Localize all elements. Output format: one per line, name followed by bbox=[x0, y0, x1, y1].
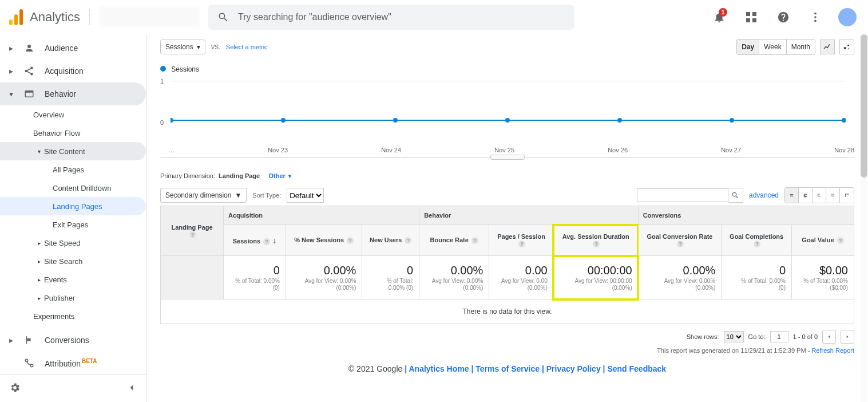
product-logo[interactable]: Analytics bbox=[9, 9, 80, 25]
col-landing-page[interactable]: Landing Page bbox=[171, 224, 212, 231]
chevron-right-icon: ▸ bbox=[9, 44, 15, 53]
next-page-button[interactable] bbox=[841, 330, 854, 344]
table-search-input[interactable] bbox=[637, 188, 728, 202]
help-icon[interactable]: ? bbox=[189, 231, 196, 238]
advanced-filter-link[interactable]: advanced bbox=[749, 191, 779, 199]
nav-audience[interactable]: ▸ Audience bbox=[0, 37, 146, 60]
view-pie[interactable] bbox=[799, 188, 812, 203]
nav-exit-pages[interactable]: Exit Pages bbox=[0, 215, 146, 234]
share-icon bbox=[24, 66, 35, 76]
view-bar[interactable] bbox=[812, 188, 826, 203]
table-search-button[interactable] bbox=[728, 188, 743, 203]
col-gcr[interactable]: Goal Conversion Rate? bbox=[638, 225, 722, 256]
chevron-right-icon bbox=[845, 334, 850, 340]
svg-point-27 bbox=[730, 118, 734, 123]
nav-overview[interactable]: Overview bbox=[0, 105, 146, 124]
chart-resize-handle[interactable] bbox=[490, 155, 525, 160]
col-avg-dur[interactable]: Avg. Session Duration? bbox=[553, 225, 638, 256]
metric-selector[interactable]: Sessions ▾ bbox=[160, 40, 205, 54]
prev-page-button[interactable] bbox=[822, 330, 836, 344]
nav-acquisition[interactable]: ▸ Acquisition bbox=[0, 60, 146, 82]
chevron-right-icon: ▸ bbox=[38, 240, 41, 246]
sort-type-label: Sort Type: bbox=[252, 192, 281, 199]
nav-all-pages[interactable]: All Pages bbox=[0, 160, 146, 179]
nav-site-speed[interactable]: ▸Site Speed bbox=[0, 234, 146, 252]
svg-point-7 bbox=[814, 13, 817, 15]
scrollbar-thumb[interactable] bbox=[861, 34, 867, 178]
no-data-message: There is no data for this view. bbox=[161, 299, 854, 324]
col-bounce[interactable]: Bounce Rate ? bbox=[419, 225, 489, 256]
col-group-conversions: Conversions bbox=[638, 206, 854, 225]
view-pivot[interactable] bbox=[840, 188, 854, 203]
help-icon: ? bbox=[837, 237, 844, 244]
view-comparison[interactable] bbox=[826, 188, 840, 203]
more-button[interactable] bbox=[804, 6, 827, 29]
svg-rect-4 bbox=[752, 12, 756, 16]
svg-point-11 bbox=[31, 67, 33, 69]
table-icon bbox=[790, 191, 794, 199]
refresh-report-link[interactable]: Refresh Report bbox=[811, 347, 854, 354]
granularity-week[interactable]: Week bbox=[759, 40, 786, 54]
primary-dimension-value[interactable]: Landing Page bbox=[219, 172, 260, 179]
col-sessions[interactable]: Sessions ?↓ bbox=[224, 225, 286, 256]
svg-point-18 bbox=[847, 45, 849, 46]
nav-site-search[interactable]: ▸Site Search bbox=[0, 252, 146, 270]
svg-rect-33 bbox=[833, 194, 834, 195]
nav-attribution[interactable]: AttributionBETA bbox=[0, 352, 146, 375]
granularity-day[interactable]: Day bbox=[737, 40, 759, 54]
svg-point-8 bbox=[814, 16, 817, 18]
nav-behavior-flow[interactable]: Behavior Flow bbox=[0, 124, 146, 142]
svg-point-22 bbox=[171, 118, 173, 123]
rows-per-page-select[interactable]: 10 bbox=[724, 331, 744, 342]
search-placeholder: Try searching for "audience overview" bbox=[238, 12, 391, 22]
granularity-month[interactable]: Month bbox=[787, 40, 815, 54]
footer-analytics-home[interactable]: Analytics Home bbox=[409, 364, 469, 373]
collapse-sidebar-button[interactable] bbox=[126, 383, 137, 395]
nav-label: Audience bbox=[45, 44, 78, 53]
nav-conversions[interactable]: ▸ Conversions bbox=[0, 329, 146, 352]
admin-button[interactable] bbox=[9, 382, 21, 395]
sort-type-select[interactable]: Default bbox=[287, 188, 324, 203]
table-view-toggle bbox=[784, 187, 854, 203]
svg-rect-0 bbox=[9, 19, 13, 25]
footer-privacy[interactable]: Privacy Policy bbox=[546, 364, 601, 373]
secondary-dimension-button[interactable]: Secondary dimension ▼ bbox=[160, 188, 247, 203]
account-picker[interactable] bbox=[99, 7, 199, 27]
search-icon bbox=[731, 191, 739, 199]
nav-publisher[interactable]: ▸Publisher bbox=[0, 289, 146, 307]
footer-tos[interactable]: Terms of Service bbox=[475, 364, 540, 373]
select-metric-link[interactable]: Select a metric bbox=[226, 44, 268, 50]
studio-button[interactable] bbox=[740, 6, 763, 29]
col-pps[interactable]: Pages / Session? bbox=[489, 225, 553, 256]
report-pane: Sessions ▾ VS. Select a metric Day Week … bbox=[146, 34, 868, 402]
primary-dimension-other[interactable]: Other ▼ bbox=[269, 172, 292, 179]
line-chart-button[interactable] bbox=[820, 40, 835, 54]
nav-behavior[interactable]: ▾ Behavior bbox=[0, 82, 146, 105]
chevron-right-icon: ▸ bbox=[38, 277, 41, 283]
view-data-table[interactable] bbox=[785, 188, 799, 203]
motion-chart-button[interactable] bbox=[839, 40, 854, 54]
flag-icon bbox=[24, 335, 35, 345]
search-input[interactable]: Try searching for "audience overview" bbox=[208, 5, 574, 30]
help-button[interactable] bbox=[772, 6, 795, 29]
table-pager: Show rows: 10 Go to: 1 - 0 of 0 bbox=[160, 330, 854, 344]
col-gcomp[interactable]: Goal Completions? bbox=[722, 225, 792, 256]
nav-content-drilldown[interactable]: Content Drilldown bbox=[0, 179, 146, 197]
nav-site-content[interactable]: ▾ Site Content bbox=[0, 142, 146, 160]
nav-experiments[interactable]: Experiments bbox=[0, 307, 146, 325]
primary-dimension-bar: Primary Dimension: Landing Page Other ▼ bbox=[160, 172, 854, 179]
svg-rect-40 bbox=[847, 194, 849, 195]
col-gvalue[interactable]: Goal Value ? bbox=[792, 225, 854, 256]
nav-events[interactable]: ▸Events bbox=[0, 270, 146, 289]
col-pct-new[interactable]: % New Sessions ? bbox=[286, 225, 362, 256]
nav-landing-pages[interactable]: Landing Pages bbox=[0, 197, 146, 215]
svg-rect-31 bbox=[818, 196, 821, 196]
goto-input[interactable] bbox=[770, 331, 788, 342]
account-avatar[interactable] bbox=[836, 6, 859, 29]
vs-label: VS. bbox=[211, 44, 220, 50]
timeseries-chart[interactable]: 1 0 bbox=[160, 76, 854, 144]
chevron-left-icon bbox=[826, 334, 832, 340]
footer-feedback[interactable]: Send Feedback bbox=[607, 364, 666, 373]
notifications-button[interactable]: 1 bbox=[708, 6, 731, 29]
col-new-users[interactable]: New Users ? bbox=[362, 225, 419, 256]
